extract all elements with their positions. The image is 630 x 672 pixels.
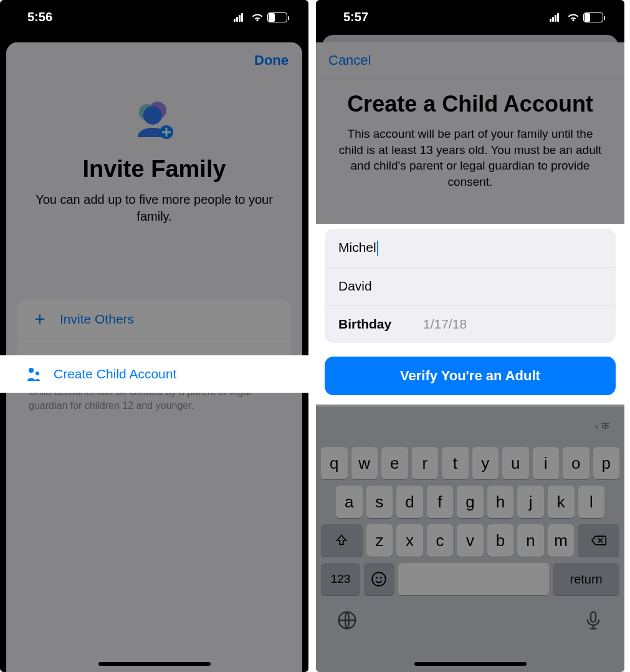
home-indicator[interactable]: [98, 662, 211, 666]
key-v[interactable]: v: [457, 524, 484, 557]
key-f[interactable]: f: [427, 486, 454, 518]
key-n[interactable]: n: [517, 524, 544, 557]
key-g[interactable]: g: [457, 486, 484, 518]
status-indicators: 32: [234, 12, 287, 22]
child-info-form: Michel David Birthday 1/17/18: [325, 229, 616, 343]
key-z[interactable]: z: [366, 524, 393, 557]
invite-others-label: Invite Others: [60, 312, 134, 327]
status-time: 5:57: [343, 10, 368, 24]
key-l[interactable]: l: [578, 486, 605, 518]
keyboard[interactable]: ‹ क qwertyuiop asdfghjkl zxcvbnm 123 ret: [316, 407, 624, 672]
sheet-header: Done: [6, 42, 302, 79]
status-bar: 5:56 32: [0, 0, 308, 34]
key-w[interactable]: w: [351, 447, 378, 479]
phone-invite-family: 5:56 32 Done: [0, 0, 308, 672]
battery-percent: 32: [268, 13, 287, 22]
page-title: Create a Child Account: [322, 91, 618, 117]
key-c[interactable]: c: [427, 524, 454, 557]
keyboard-language-hint[interactable]: ‹ क: [595, 420, 609, 433]
key-b[interactable]: b: [487, 524, 514, 557]
globe-key[interactable]: [337, 610, 357, 633]
key-y[interactable]: y: [472, 447, 499, 479]
key-r[interactable]: r: [412, 447, 439, 479]
svg-point-7: [376, 577, 378, 578]
sheet-header: Cancel: [316, 42, 624, 79]
cancel-button[interactable]: Cancel: [328, 52, 371, 69]
battery-percent: 31: [584, 13, 603, 22]
status-indicators: 31: [550, 12, 603, 22]
key-i[interactable]: i: [533, 447, 560, 479]
keyboard-row-2: asdfghjkl: [320, 486, 621, 518]
home-indicator[interactable]: [414, 662, 527, 666]
key-o[interactable]: o: [563, 447, 589, 479]
wifi-icon: [251, 12, 264, 22]
keyboard-row-3: zxcvbnm: [320, 524, 621, 557]
first-name-field[interactable]: Michel: [325, 229, 616, 267]
numbers-key[interactable]: 123: [321, 563, 360, 595]
svg-point-2: [143, 106, 162, 125]
svg-point-4: [29, 368, 34, 373]
family-icon: [25, 366, 42, 382]
highlight-strip: Michel David Birthday 1/17/18 Verify You…: [316, 224, 624, 404]
birthday-field[interactable]: Birthday 1/17/18: [325, 305, 616, 343]
keyboard-bottom-row: [320, 602, 621, 633]
key-q[interactable]: q: [321, 447, 348, 479]
status-bar: 5:57 31: [316, 0, 624, 34]
create-child-account-row[interactable]: Create Child Account: [11, 355, 297, 393]
svg-point-8: [380, 577, 382, 578]
return-key[interactable]: return: [553, 563, 619, 595]
birthday-label: Birthday: [338, 317, 407, 332]
key-h[interactable]: h: [487, 486, 514, 518]
key-t[interactable]: t: [442, 447, 469, 479]
cellular-signal-icon: [550, 13, 563, 22]
create-child-account-label: Create Child Account: [54, 367, 176, 382]
svg-point-5: [36, 372, 39, 375]
key-s[interactable]: s: [366, 486, 393, 518]
plus-icon: +: [31, 310, 49, 329]
dictation-key[interactable]: [583, 610, 603, 633]
emoji-key[interactable]: [364, 563, 394, 595]
highlight-strip: Create Child Account: [0, 355, 308, 393]
backspace-key[interactable]: [578, 524, 619, 557]
space-key[interactable]: [398, 563, 550, 595]
key-u[interactable]: u: [502, 447, 529, 479]
key-m[interactable]: m: [548, 524, 575, 557]
last-name-field[interactable]: David: [325, 267, 616, 305]
shift-key[interactable]: [321, 524, 363, 557]
svg-rect-10: [591, 612, 596, 622]
key-x[interactable]: x: [396, 524, 423, 557]
page-title: Invite Family: [19, 156, 290, 183]
battery-icon: 32: [267, 12, 287, 22]
keyboard-row-1: qwertyuiop: [320, 447, 621, 479]
invite-others-row[interactable]: + Invite Others: [17, 300, 291, 339]
wifi-icon: [567, 12, 580, 22]
family-hero-icon: [6, 100, 302, 143]
key-e[interactable]: e: [381, 447, 408, 479]
keyboard-row-4: 123 return: [320, 563, 621, 595]
key-j[interactable]: j: [517, 486, 544, 518]
keyboard-suggestion-bar[interactable]: ‹ क: [320, 412, 621, 441]
page-subtitle: This account will be part of your family…: [337, 126, 603, 190]
done-button[interactable]: Done: [254, 52, 289, 69]
first-name-value: Michel: [338, 240, 378, 256]
key-a[interactable]: a: [336, 486, 363, 518]
status-time: 5:56: [27, 10, 52, 24]
birthday-value: 1/17/18: [423, 317, 467, 332]
key-d[interactable]: d: [396, 486, 423, 518]
key-p[interactable]: p: [593, 447, 620, 479]
svg-point-6: [373, 572, 386, 586]
page-subtitle: You can add up to five more people to yo…: [25, 191, 284, 225]
last-name-value: David: [338, 279, 372, 294]
key-k[interactable]: k: [548, 486, 575, 518]
cellular-signal-icon: [234, 13, 247, 22]
battery-icon: 31: [583, 12, 603, 22]
verify-adult-button[interactable]: Verify You're an Adult: [325, 357, 616, 395]
phone-create-child: 5:57 31 Cancel Create a Child Account Th…: [316, 0, 624, 672]
